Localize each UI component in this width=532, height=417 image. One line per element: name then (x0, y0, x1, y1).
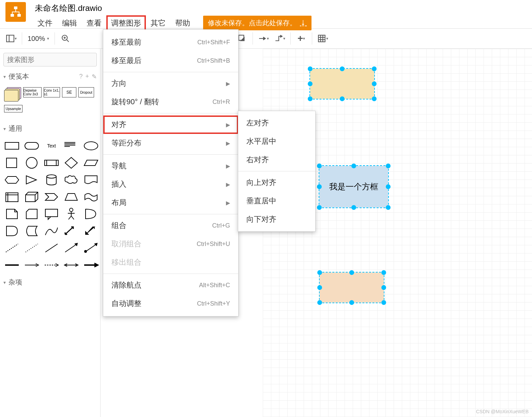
resize-handle[interactable] (351, 205, 356, 210)
shape-connector-thick-arrow[interactable] (82, 258, 100, 272)
scratch-item[interactable]: Dropout (78, 87, 94, 97)
shape-roundrect[interactable] (23, 139, 40, 153)
shape-datastore[interactable] (23, 224, 40, 238)
shape-callout[interactable] (43, 207, 60, 221)
shape-square[interactable] (3, 156, 20, 170)
shape-actor[interactable] (63, 207, 80, 221)
selected-shape[interactable] (309, 68, 375, 99)
resize-handle[interactable] (386, 164, 391, 168)
menu-item[interactable]: 清除航点Alt+Shift+C (103, 276, 238, 294)
shape-connector-thin-arrow[interactable] (23, 258, 40, 272)
resize-handle[interactable] (317, 270, 322, 275)
misc-shapes-header[interactable]: ▾ 杂项 (0, 275, 100, 290)
shape-cloud[interactable] (63, 173, 80, 187)
scratch-item[interactable]: Depwise Conv 3x3 (23, 87, 42, 97)
resize-handle[interactable] (308, 81, 313, 86)
zoom-level[interactable]: 100%▾ (25, 35, 52, 43)
shape-dashed-line[interactable] (3, 241, 20, 255)
shape-process[interactable] (43, 156, 60, 170)
shape-card[interactable] (23, 207, 40, 221)
menu-item[interactable]: 移至最后Ctrl+Shift+B (103, 51, 238, 70)
resize-handle[interactable] (317, 205, 322, 210)
shape-line-arrow[interactable] (63, 241, 80, 255)
resize-handle[interactable] (381, 300, 386, 305)
shape-connector-both[interactable] (63, 258, 80, 272)
shape-text[interactable]: Text (43, 139, 60, 153)
resize-handle[interactable] (372, 66, 377, 71)
app-logo[interactable] (5, 2, 26, 22)
help-icon[interactable]: ? (79, 73, 82, 80)
shape-bidirectional-arrow[interactable] (63, 224, 80, 238)
shape-ellipse[interactable] (82, 139, 100, 153)
resize-handle[interactable] (317, 300, 322, 305)
resize-handle[interactable] (386, 205, 391, 210)
menu-item[interactable]: 导航▶ (103, 157, 238, 175)
resize-handle[interactable] (308, 96, 313, 101)
selected-shape[interactable]: 我是一个方框 (319, 165, 389, 208)
shape-rect[interactable] (3, 139, 20, 153)
shape-step[interactable] (43, 190, 60, 204)
scratchpad-header[interactable]: ▾ 便笺本 ?+✎ (0, 69, 100, 84)
menu-item[interactable]: 移至最前Ctrl+Shift+F (103, 33, 238, 51)
resize-handle[interactable] (351, 164, 356, 168)
general-shapes-header[interactable]: ▾ 通用 (0, 121, 100, 136)
resize-handle[interactable] (317, 184, 322, 189)
shape-triangle[interactable] (23, 173, 40, 187)
selected-shape[interactable] (319, 272, 384, 303)
resize-handle[interactable] (386, 184, 391, 189)
shape-textbox[interactable] (63, 139, 80, 153)
zoom-in-button[interactable] (58, 32, 73, 45)
insert-button[interactable]: +▾ (293, 32, 309, 45)
shape-trapezoid[interactable] (63, 190, 80, 204)
shape-cylinder[interactable] (43, 173, 60, 187)
resize-handle[interactable] (349, 270, 354, 275)
shape-note[interactable] (3, 207, 20, 221)
menu-item[interactable]: 插入▶ (103, 175, 238, 194)
shape-document[interactable] (82, 173, 100, 187)
menu-format[interactable]: 调整图形 (108, 17, 145, 30)
sidebar-toggle-button[interactable]: ▾ (3, 32, 19, 45)
shape-diamond[interactable] (63, 156, 80, 170)
resize-handle[interactable] (317, 164, 322, 168)
search-shapes-input[interactable] (3, 53, 97, 66)
table-button[interactable]: ▾ (315, 32, 331, 45)
resize-handle[interactable] (317, 285, 322, 290)
menu-item[interactable]: 组合Ctrl+G (103, 216, 238, 235)
scratch-item[interactable]: SE (62, 87, 76, 97)
menu-item[interactable]: 旋转90° / 翻转Ctrl+R (103, 93, 238, 111)
submenu-item[interactable]: 水平居中 (238, 132, 315, 151)
menu-item[interactable]: 对齐▶ (103, 115, 238, 134)
resize-handle[interactable] (372, 96, 377, 101)
shape-circle[interactable] (23, 156, 40, 170)
shape-line[interactable] (43, 241, 60, 255)
scratch-item[interactable]: Conv 1x1, s1 (44, 87, 60, 97)
resize-handle[interactable] (372, 81, 377, 86)
menu-item[interactable]: 布局▶ (103, 194, 238, 212)
connection-button[interactable]: ▾ (256, 32, 271, 45)
resize-handle[interactable] (340, 66, 345, 71)
scratch-item[interactable]: Upsample (4, 105, 22, 112)
shape-connector-thick[interactable] (3, 258, 20, 272)
shape-line-dot-arrow[interactable] (82, 241, 100, 255)
menu-item[interactable]: 自动调整Ctrl+Shift+Y (103, 294, 238, 313)
save-banner[interactable]: 修改未保存。点击此处保存。 ⭳ (203, 16, 311, 30)
resize-handle[interactable] (381, 270, 386, 275)
shape-hexagon[interactable] (3, 173, 20, 187)
shape-arrow[interactable] (82, 224, 100, 238)
resize-handle[interactable] (308, 66, 313, 71)
menu-view[interactable]: 查看 (83, 17, 105, 30)
shape-parallelogram[interactable] (82, 156, 100, 170)
shape-and[interactable] (3, 224, 20, 238)
resize-handle[interactable] (340, 96, 345, 101)
shape-connector-dashed[interactable] (43, 258, 60, 272)
submenu-item[interactable]: 向下对齐 (238, 210, 315, 229)
submenu-item[interactable]: 垂直居中 (238, 192, 315, 210)
shape-dotted-line[interactable] (23, 241, 40, 255)
menu-help[interactable]: 帮助 (172, 17, 194, 30)
shape-or[interactable] (82, 207, 100, 221)
shape-cube[interactable] (23, 190, 40, 204)
shape-curve[interactable] (43, 224, 60, 238)
menu-item[interactable]: 等距分布▶ (103, 134, 238, 152)
document-title[interactable]: 未命名绘图.drawio (35, 3, 311, 14)
submenu-item[interactable]: 左对齐 (238, 114, 315, 132)
